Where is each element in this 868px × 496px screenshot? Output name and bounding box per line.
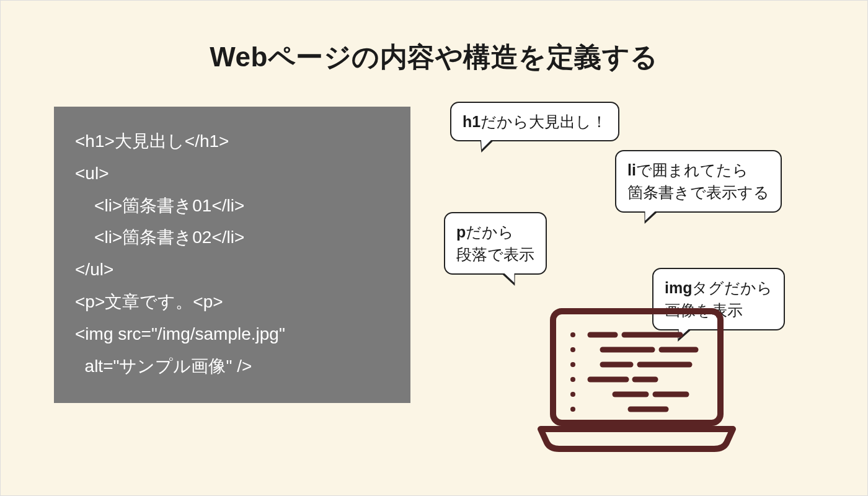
code-line: <li>箇条書き01</li> <box>75 190 389 222</box>
code-line: <li>箇条書き02</li> <box>75 221 389 254</box>
code-line: <ul> <box>75 157 389 190</box>
svg-point-1 <box>570 332 575 337</box>
content-area: <h1>大見出し</h1> <ul> <li>箇条書き01</li> <li>箇… <box>1 107 867 403</box>
bubble-bold: p <box>456 223 466 241</box>
explanation-area: h1だから大見出し！ liで囲まれてたら 箇条書きで表示する pだから 段落で表… <box>435 107 814 403</box>
code-line: <h1>大見出し</h1> <box>75 125 389 157</box>
code-line: <img src="/img/sample.jpg" <box>75 318 389 350</box>
svg-point-6 <box>570 407 575 412</box>
bubble-text: で囲まれてたら <box>636 161 748 179</box>
bubble-bold: li <box>627 161 636 179</box>
bubble-text: 箇条書きで表示する <box>627 184 769 201</box>
svg-point-3 <box>570 362 575 367</box>
svg-point-5 <box>570 392 575 397</box>
code-line: alt="サンプル画像" /> <box>75 350 389 383</box>
svg-rect-0 <box>553 311 720 423</box>
bubble-bold: img <box>665 279 692 296</box>
code-line: <p>文章です。<p> <box>75 286 389 318</box>
bubble-text: タグだから <box>692 279 773 296</box>
speech-bubble-li: liで囲まれてたら 箇条書きで表示する <box>615 150 782 213</box>
bubble-text: だから大見出し！ <box>480 113 607 130</box>
bubble-text: 段落で表示 <box>456 246 534 263</box>
svg-point-2 <box>570 347 575 352</box>
speech-bubble-h1: h1だから大見出し！ <box>450 102 619 141</box>
bubble-text: だから <box>466 223 514 241</box>
bubble-bold: h1 <box>463 113 480 130</box>
code-sample-box: <h1>大見出し</h1> <ul> <li>箇条書き01</li> <li>箇… <box>54 107 410 403</box>
page-title: Webページの内容や構造を定義する <box>1 39 867 76</box>
speech-bubble-p: pだから 段落で表示 <box>444 212 547 275</box>
code-line: </ul> <box>75 254 389 286</box>
laptop-icon <box>522 305 751 454</box>
svg-point-4 <box>570 377 575 382</box>
